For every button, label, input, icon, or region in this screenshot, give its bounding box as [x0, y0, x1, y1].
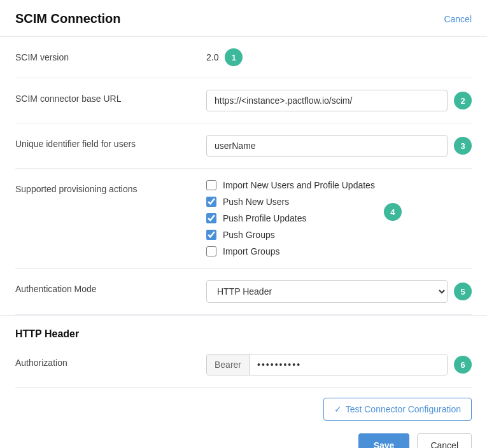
checkbox-push-groups-label: Push Groups	[223, 230, 275, 240]
page-title: SCIM Connection	[15, 11, 121, 26]
badge-5: 5	[454, 283, 472, 300]
connector-url-label: SCIM connector base URL	[15, 90, 206, 104]
auth-mode-row: Authentication Mode HTTP Header Basic Au…	[15, 269, 472, 315]
form-body: SCIM version 2.0 1 SCIM connector base U…	[0, 37, 487, 315]
test-connector-row: ✓ Test Connector Configuration	[15, 388, 472, 423]
auth-mode-select[interactable]: HTTP Header Basic Auth OAuth	[206, 280, 448, 303]
checkbox-import-new-users-input[interactable]	[206, 180, 216, 190]
connector-url-control: 2	[206, 90, 472, 111]
authorization-label: Authorization	[15, 354, 206, 368]
test-connector-button[interactable]: ✓ Test Connector Configuration	[323, 398, 472, 421]
bearer-token-input[interactable]	[250, 354, 447, 375]
unique-identifier-label: Unique identifier field for users	[15, 135, 206, 149]
footer-cancel-button[interactable]: Cancel	[417, 433, 472, 448]
scim-version-label: SCIM version	[15, 48, 206, 62]
checkbox-import-groups: Import Groups	[206, 246, 375, 256]
unique-identifier-control: 3	[206, 135, 472, 157]
header-cancel-button[interactable]: Cancel	[444, 14, 472, 24]
badge-2: 2	[454, 92, 472, 109]
footer-actions: Save Cancel	[0, 423, 487, 448]
http-header-body: Authorization Bearer 6 ✓ Test Connector …	[0, 342, 487, 423]
checkbox-push-profile-updates-label: Push Profile Updates	[223, 213, 307, 223]
scim-connection-page: SCIM Connection Cancel SCIM version 2.0 …	[0, 0, 487, 448]
bearer-prefix: Bearer	[207, 354, 250, 375]
checkbox-push-groups-input[interactable]	[206, 230, 216, 240]
badge-1: 1	[225, 48, 243, 66]
unique-identifier-input[interactable]	[206, 135, 448, 157]
unique-identifier-row: Unique identifier field for users 3	[15, 123, 472, 169]
authorization-control: Bearer 6	[206, 354, 472, 375]
connector-url-input[interactable]	[206, 90, 448, 111]
save-button[interactable]: Save	[358, 433, 410, 448]
connector-url-row: SCIM connector base URL 2	[15, 78, 472, 123]
scim-version-control: 2.0 1	[206, 48, 472, 66]
auth-mode-label: Authentication Mode	[15, 280, 206, 294]
scim-version-value: 2.0	[206, 48, 218, 62]
http-header-section-title: HTTP Header	[0, 316, 487, 342]
badge-4: 4	[384, 203, 402, 221]
checkmark-icon: ✓	[334, 404, 342, 414]
checkbox-push-new-users-label: Push New Users	[223, 197, 289, 207]
badge-6: 6	[454, 356, 472, 374]
checkbox-push-new-users-input[interactable]	[206, 197, 216, 207]
auth-mode-control: HTTP Header Basic Auth OAuth 5	[206, 280, 472, 303]
authorization-row: Authorization Bearer 6	[15, 342, 472, 388]
badge-3: 3	[454, 137, 472, 155]
scim-version-row: SCIM version 2.0 1	[15, 37, 472, 78]
checkbox-import-new-users-label: Import New Users and Profile Updates	[223, 180, 375, 190]
checkbox-import-new-users: Import New Users and Profile Updates	[206, 180, 375, 190]
provisioning-actions-control: Import New Users and Profile Updates Pus…	[206, 180, 472, 256]
checkbox-import-groups-input[interactable]	[206, 246, 216, 256]
checkbox-push-profile-updates-input[interactable]	[206, 213, 216, 223]
checkbox-push-groups: Push Groups	[206, 230, 375, 240]
page-header: SCIM Connection Cancel	[0, 0, 487, 37]
checkbox-push-new-users: Push New Users	[206, 197, 375, 207]
provisioning-actions-row: Supported provisioning actions Import Ne…	[15, 169, 472, 269]
checkboxes-group: Import New Users and Profile Updates Pus…	[206, 180, 375, 256]
authorization-input-group: Bearer	[206, 354, 448, 375]
test-connector-label: Test Connector Configuration	[346, 404, 461, 414]
provisioning-actions-label: Supported provisioning actions	[15, 180, 206, 194]
checkbox-push-profile-updates: Push Profile Updates	[206, 213, 375, 223]
checkbox-import-groups-label: Import Groups	[223, 246, 279, 256]
